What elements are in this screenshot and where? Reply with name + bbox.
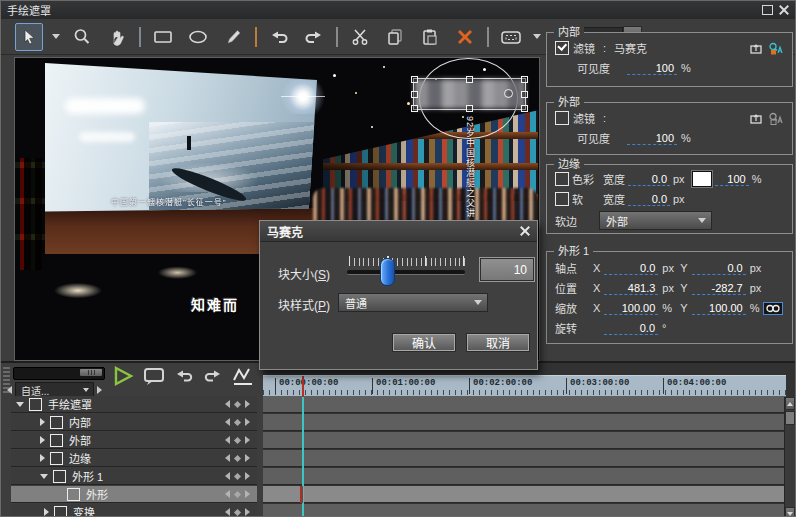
edge-color-opacity-value[interactable]: 100 bbox=[715, 173, 749, 186]
softedge-dropdown[interactable]: 外部 bbox=[599, 211, 712, 230]
block-size-slider-track[interactable] bbox=[347, 270, 465, 275]
edge-color-width-value[interactable]: 0.0 bbox=[628, 173, 670, 186]
fit-view-caret-icon[interactable] bbox=[533, 34, 541, 39]
track-header-shape1[interactable]: 外形 1 bbox=[11, 468, 257, 485]
prev-keyframe-icon[interactable] bbox=[225, 508, 230, 516]
collapse-icon[interactable] bbox=[16, 402, 24, 407]
maximize-icon[interactable] bbox=[762, 5, 773, 15]
position-x-value[interactable]: 481.3 bbox=[604, 282, 658, 295]
add-keyframe-icon[interactable] bbox=[234, 454, 241, 461]
edit-filter-icon[interactable] bbox=[749, 112, 764, 125]
add-keyframe-icon[interactable] bbox=[234, 436, 241, 443]
scroll-down-button[interactable] bbox=[785, 507, 795, 517]
prev-keyframe-icon[interactable] bbox=[225, 490, 230, 498]
prev-keyframe-icon[interactable] bbox=[225, 454, 230, 462]
track-checkbox[interactable] bbox=[50, 452, 63, 465]
collapse-icon[interactable] bbox=[40, 474, 48, 479]
rectangle-tool-button[interactable] bbox=[150, 24, 176, 50]
track-lane[interactable] bbox=[263, 414, 786, 431]
track-header-transform[interactable]: 变换 bbox=[11, 504, 257, 517]
scale-y-value[interactable]: 100.00 bbox=[692, 302, 746, 315]
add-keyframe-icon[interactable] bbox=[234, 418, 241, 425]
rotation-value[interactable]: 0.0 bbox=[604, 322, 658, 335]
inner-visibility-value[interactable]: 100 bbox=[627, 62, 677, 75]
next-keyframe-icon[interactable] bbox=[245, 472, 250, 480]
comment-button[interactable] bbox=[142, 364, 166, 388]
prev-keyframe-icon[interactable] bbox=[225, 418, 230, 426]
track-checkbox[interactable] bbox=[54, 506, 67, 517]
track-lane[interactable] bbox=[263, 504, 786, 517]
position-y-value[interactable]: -282.7 bbox=[692, 282, 746, 295]
undo-keyframe-button[interactable] bbox=[173, 365, 195, 387]
mask-selection-rect[interactable] bbox=[413, 78, 526, 110]
track-lane[interactable] bbox=[263, 396, 786, 413]
timeline-zoom-slider[interactable] bbox=[13, 367, 105, 380]
pan-tool-button[interactable] bbox=[104, 24, 130, 50]
outer-visibility-value[interactable]: 100 bbox=[627, 132, 677, 145]
vertical-scrollbar[interactable] bbox=[784, 397, 795, 517]
handle-mid-right[interactable] bbox=[521, 91, 528, 98]
cut-button[interactable] bbox=[347, 24, 373, 50]
edge-soft-checkbox[interactable] bbox=[555, 192, 569, 206]
timeline-ruler[interactable]: 00:00:00:00 00:01:00:00 00:02:00:00 00:0… bbox=[263, 375, 786, 397]
playhead-ruler[interactable] bbox=[302, 376, 304, 397]
link-xy-icon[interactable] bbox=[763, 302, 783, 315]
anchor-x-value[interactable]: 0.0 bbox=[604, 262, 658, 275]
scroll-up-button[interactable] bbox=[785, 397, 795, 410]
copy-button[interactable] bbox=[382, 24, 408, 50]
track-header-edge[interactable]: 边缘 bbox=[11, 450, 257, 467]
next-keyframe-icon[interactable] bbox=[245, 490, 250, 498]
handle-top-mid[interactable] bbox=[466, 76, 473, 83]
edge-color-swatch[interactable] bbox=[692, 171, 712, 187]
edit-filter-icon[interactable] bbox=[749, 42, 764, 55]
select-tool-button[interactable] bbox=[15, 23, 43, 51]
close-icon[interactable] bbox=[779, 5, 789, 15]
edge-color-checkbox[interactable] bbox=[555, 172, 569, 186]
add-keyframe-icon[interactable] bbox=[234, 490, 241, 497]
track-lane[interactable] bbox=[263, 432, 786, 449]
slider-grip[interactable] bbox=[80, 369, 102, 376]
track-checkbox[interactable] bbox=[50, 434, 63, 447]
track-lane[interactable] bbox=[263, 450, 786, 467]
pen-tool-button[interactable] bbox=[220, 24, 246, 50]
prev-keyframe-icon[interactable] bbox=[225, 400, 230, 408]
next-keyframe-icon[interactable] bbox=[245, 454, 250, 462]
expand-icon[interactable] bbox=[40, 418, 45, 426]
track-checkbox[interactable] bbox=[53, 470, 66, 483]
customize-filter-icon[interactable] bbox=[768, 42, 784, 55]
anchor-y-value[interactable]: 0.0 bbox=[692, 262, 746, 275]
prev-keyframe-icon[interactable] bbox=[225, 472, 230, 480]
track-checkbox[interactable] bbox=[29, 398, 42, 411]
handle-bottom-left[interactable] bbox=[411, 105, 418, 112]
customize-filter-icon[interactable] bbox=[768, 112, 784, 125]
selected-keyframe-marker[interactable] bbox=[300, 486, 303, 503]
track-header-mask[interactable]: 手绘遮罩 bbox=[11, 396, 257, 413]
cancel-button[interactable]: 取消 bbox=[466, 333, 530, 352]
curve-editor-button[interactable] bbox=[231, 364, 255, 388]
redo-keyframe-button[interactable] bbox=[202, 365, 224, 387]
next-keyframe-icon[interactable] bbox=[245, 508, 250, 516]
play-button[interactable] bbox=[111, 364, 135, 388]
rotate-handle[interactable] bbox=[504, 89, 513, 98]
block-style-dropdown[interactable]: 普通 bbox=[338, 293, 488, 312]
prev-keyframe-icon[interactable] bbox=[225, 436, 230, 444]
handle-mid-left[interactable] bbox=[411, 91, 418, 98]
scale-x-value[interactable]: 100.00 bbox=[604, 302, 658, 315]
add-keyframe-icon[interactable] bbox=[234, 472, 241, 479]
next-keyframe-icon[interactable] bbox=[245, 400, 250, 408]
handle-top-right[interactable] bbox=[521, 76, 528, 83]
scroll-left-icon[interactable] bbox=[7, 386, 12, 394]
track-lane[interactable] bbox=[263, 468, 786, 485]
outer-filter-checkbox[interactable] bbox=[555, 111, 569, 125]
track-checkbox[interactable] bbox=[50, 416, 63, 429]
inner-filter-checkbox[interactable] bbox=[555, 41, 569, 55]
paste-button[interactable] bbox=[417, 24, 443, 50]
track-checkbox[interactable] bbox=[67, 488, 80, 501]
scrollbar-thumb[interactable] bbox=[785, 411, 795, 425]
block-size-slider-thumb[interactable] bbox=[380, 258, 395, 286]
next-keyframe-icon[interactable] bbox=[245, 418, 250, 426]
inner-filter-name[interactable]: 马赛克 bbox=[614, 40, 647, 56]
next-keyframe-icon[interactable] bbox=[245, 436, 250, 444]
expand-icon[interactable] bbox=[40, 454, 45, 462]
handle-top-left[interactable] bbox=[411, 76, 418, 83]
